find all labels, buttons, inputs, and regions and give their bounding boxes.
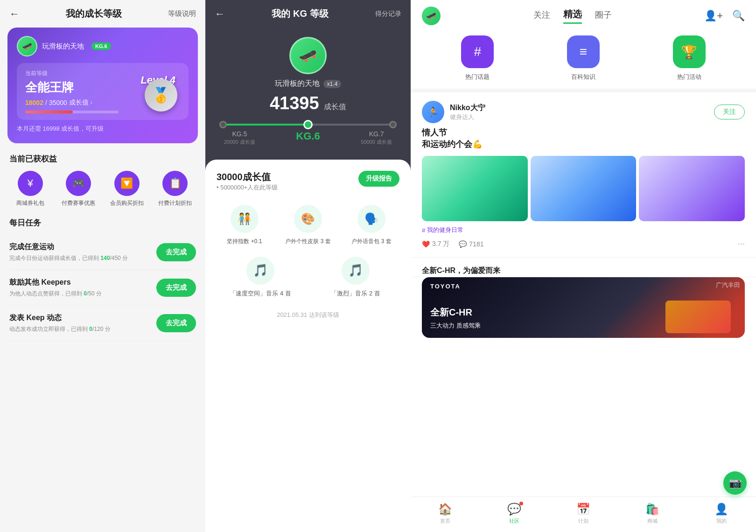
task-item-encourage: 鼓励其他 Keepers 为他人动态点赞获得，已得到 0/50 分 去完成 <box>9 270 196 306</box>
quick-icon-wiki[interactable]: ≡ 百科知识 <box>567 35 600 81</box>
panel1-header: ← 我的成长等级 等级说明 <box>0 0 205 28</box>
quick-icon-topic[interactable]: # 热门话题 <box>461 35 494 81</box>
nav-follow[interactable]: 关注 <box>533 9 550 22</box>
ad-image-card[interactable]: TOYOTA 广汽丰田 全新C-HR三大动力 质感驾乘 <box>422 277 745 338</box>
feed-item-nikko: 🏃 Nikko大宁 健身达人 关注 情人节和运动约个会💪 <box>411 92 756 258</box>
benefit2-skin: 🎨 户外个性皮肤 3 套 <box>280 205 336 245</box>
ad-card-section: 全新C-HR，为偏爱而来 <box>411 258 756 277</box>
level-progress-text[interactable]: 18002 / 35000 成长值 › <box>25 98 119 107</box>
task-desc-post: 动态发布成功立即获得，已得到 0/120 分 <box>9 325 151 333</box>
plan-icon: 📅 <box>576 503 590 516</box>
level-badge: Level 4 🥇 <box>133 70 180 112</box>
activity-label: 热门活动 <box>677 73 701 81</box>
nav-circle[interactable]: 圈子 <box>595 9 612 22</box>
panel3-nav: 关注 精选 圈子 <box>533 8 612 24</box>
ad-car-text: 全新C-HR三大动力 质感驾乘 <box>430 306 481 330</box>
task-name-post: 发表 Keep 动态 <box>9 313 151 323</box>
nav-shop[interactable]: 🛍️ 商城 <box>645 503 659 525</box>
back-icon[interactable]: ← <box>9 8 20 20</box>
heart-icon: ❤️ <box>422 240 430 248</box>
divider <box>411 89 756 92</box>
benefit2-icon-voice: 🗣️ <box>357 205 385 233</box>
benefit-icon-plan: 📋 <box>162 171 188 196</box>
home-label: 首页 <box>440 518 450 525</box>
likes-count: 3.7 万 <box>432 240 449 248</box>
task-desc-encourage: 为他人动态点赞获得，已得到 0/50 分 <box>9 289 151 298</box>
nav-profile[interactable]: 👤 我的 <box>714 503 728 525</box>
music-icon-intense: 🎵 <box>342 257 370 285</box>
kg6-name: KG.6 <box>296 130 320 142</box>
feed-stats-row: ❤️ 3.7 万 💬 7181 ··· <box>422 239 745 249</box>
slider-label-kg6: KG.6 <box>296 130 320 146</box>
benefit-item-plan: 📋 付费计划折扣 <box>154 171 196 207</box>
nav-plan[interactable]: 📅 计划 <box>576 503 590 525</box>
feed-user-row: 🏃 Nikko大宁 健身达人 关注 <box>422 101 745 123</box>
task-btn-encourage[interactable]: 去完成 <box>156 279 196 297</box>
panel2-back-icon[interactable]: ← <box>215 8 225 20</box>
nav-featured[interactable]: 精选 <box>563 8 582 24</box>
feed-likes[interactable]: ❤️ 3.7 万 <box>422 240 449 248</box>
panel3-header-icons: 👤+ 🔍 <box>704 10 745 22</box>
hash-icon: # <box>422 227 425 234</box>
kg5-sub: 20000 成长值 <box>224 139 255 146</box>
kg7-sub: 50000 成长值 <box>361 139 392 146</box>
panel-kg-level: ← 我的 KG 等级 得分记录 🛹 玩滑板的天地 x1.4 41395 成长值 <box>205 0 411 532</box>
benefit-icon-member: 🔽 <box>114 171 140 196</box>
growth-number: 41395 <box>270 93 319 113</box>
score-record-link[interactable]: 得分记录 <box>375 10 401 18</box>
camera-fab[interactable]: 📷 <box>723 471 747 495</box>
music-label-intense: 「激烈」音乐 2 首 <box>331 289 380 298</box>
slider-labels: KG.5 20000 成长值 KG.6 KG.7 50000 成长值 <box>219 130 397 146</box>
activity-icon: 🏆 <box>673 35 706 68</box>
search-icon[interactable]: 🔍 <box>732 10 745 22</box>
feed-avatar-nikko[interactable]: 🏃 <box>422 101 444 123</box>
panel3-user-avatar[interactable]: 🛹 <box>422 7 441 25</box>
task-btn-post[interactable]: 去完成 <box>156 314 196 332</box>
follow-button[interactable]: 关注 <box>714 105 745 119</box>
nav-community[interactable]: 💬 社区 <box>507 503 521 525</box>
progress-unit: 成长值 <box>69 98 89 107</box>
panel2-username: 玩滑板的天地 <box>275 79 320 89</box>
feed-comments[interactable]: 💬 7181 <box>459 240 483 248</box>
upgrade-hint: 本月还需 16998 成长值，可升级 <box>17 125 189 133</box>
benefit2-persist: 🧑‍🤝‍🧑 坚持指数 +0.1 <box>217 205 273 245</box>
benefit-icon-mall: ¥ <box>18 171 43 196</box>
community-icon: 💬 <box>507 503 521 515</box>
community-icon-wrap: 💬 <box>507 503 521 516</box>
feed-image-1 <box>422 156 528 221</box>
panel2-title: 我的 KG 等级 <box>272 7 328 20</box>
more-options-icon[interactable]: ··· <box>738 239 745 249</box>
slider-dot-kg6-active <box>303 120 313 129</box>
benefit-label-paid: 付费赛事优惠 <box>62 200 95 207</box>
chevron-right-icon: › <box>91 99 92 106</box>
shop-label: 商城 <box>647 518 658 525</box>
task-btn-exercise[interactable]: 去完成 <box>156 243 196 261</box>
comments-count: 7181 <box>469 240 483 248</box>
panel1-title: 我的成长等级 <box>66 7 122 20</box>
medal-icon: 🥇 <box>145 79 177 112</box>
panel2-user-row: 玩滑板的天地 x1.4 <box>275 79 342 89</box>
feed-image-3 <box>639 156 745 221</box>
growth-unit: 成长值 <box>324 103 346 111</box>
music-row: 🎵 「速度空间」音乐 4 首 🎵 「激烈」音乐 2 首 <box>217 257 399 298</box>
hero-avatar: 🛹 <box>17 36 37 56</box>
quick-icon-activity[interactable]: 🏆 热门活动 <box>673 35 706 81</box>
benefit-item-mall: ¥ 商城券礼包 <box>9 171 51 207</box>
feed-tag-row: # 我的健身日常 <box>422 226 745 234</box>
music-item-speed: 🎵 「速度空间」音乐 4 首 <box>217 257 304 298</box>
music-item-intense: 🎵 「激烈」音乐 2 首 <box>312 257 399 298</box>
task-name-encourage: 鼓励其他 Keepers <box>9 278 151 287</box>
benefits-title: 当前已获权益 <box>9 154 196 164</box>
add-user-icon[interactable]: 👤+ <box>704 10 723 22</box>
nav-home[interactable]: 🏠 首页 <box>438 503 452 525</box>
kg-badge: KG.6 <box>91 42 111 50</box>
panel-social-feed: 🛹 关注 精选 圈子 👤+ 🔍 # 热门话题 ≡ 百科知识 🏆 热门活动 <box>411 0 756 532</box>
daily-tasks-list: 完成任意运动 完成今日份运动获得成长值，已得到 140/450 分 去完成 鼓励… <box>0 235 205 341</box>
level-desc-link[interactable]: 等级说明 <box>168 9 196 18</box>
upgrade-report-btn[interactable]: 升级报告 <box>358 171 399 187</box>
plan-label: 计划 <box>578 518 588 525</box>
feed-tag[interactable]: # 我的健身日常 <box>422 226 463 234</box>
ad-brand: TOYOTA <box>430 283 461 290</box>
feed-user-left: 🏃 Nikko大宁 健身达人 <box>422 101 485 123</box>
benefit-label-member: 会员购买折扣 <box>110 200 144 207</box>
